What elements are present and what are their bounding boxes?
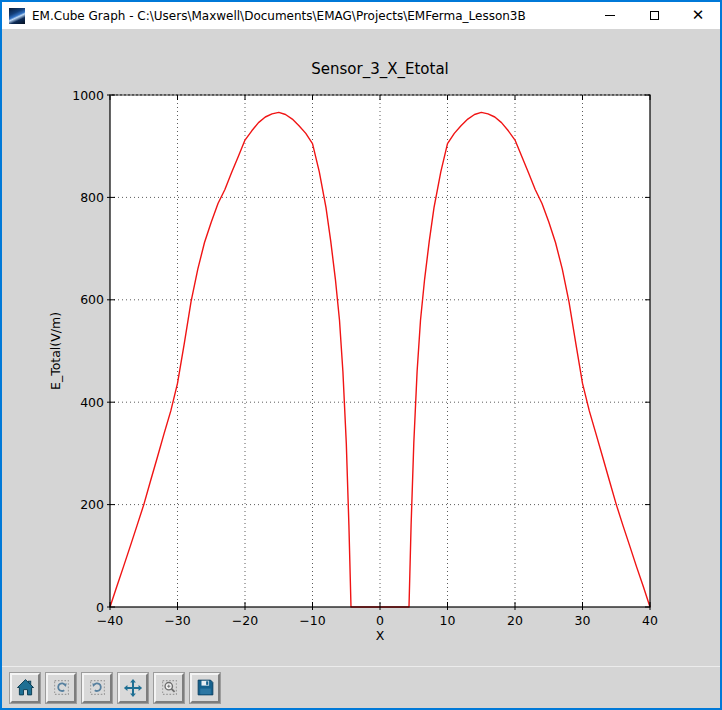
zoom-rect-icon xyxy=(160,678,179,697)
back-icon xyxy=(52,678,71,697)
zoom-button[interactable] xyxy=(154,673,184,703)
x-tick-label: −40 xyxy=(97,613,123,628)
plot-canvas[interactable]: Sensor_3_X_Etotal X E_Total(V/m) −40−30−… xyxy=(2,29,720,666)
x-tick-label: −30 xyxy=(164,613,190,628)
app-icon xyxy=(9,8,25,24)
pan-button[interactable] xyxy=(118,673,148,703)
forward-icon xyxy=(88,678,107,697)
minimize-icon xyxy=(605,15,615,16)
close-icon: ✕ xyxy=(692,8,705,23)
back-button[interactable] xyxy=(46,673,76,703)
y-tick-label: 200 xyxy=(80,497,104,512)
x-tick-label: 20 xyxy=(507,613,523,628)
save-button[interactable] xyxy=(190,673,220,703)
forward-button[interactable] xyxy=(82,673,112,703)
pan-icon xyxy=(123,678,143,698)
y-tick-label: 800 xyxy=(80,190,104,205)
home-icon xyxy=(16,678,35,697)
app-window: EM.Cube Graph - C:\Users\Maxwell\Documen… xyxy=(0,0,722,710)
x-tick-label: −10 xyxy=(299,613,325,628)
figure-area: Sensor_3_X_Etotal X E_Total(V/m) −40−30−… xyxy=(2,29,720,666)
y-tick-label: 1000 xyxy=(72,88,104,103)
y-axis-label: E_Total(V/m) xyxy=(48,312,63,390)
x-tick-label: 10 xyxy=(440,613,456,628)
minimize-button[interactable] xyxy=(588,2,632,29)
close-button[interactable]: ✕ xyxy=(676,2,720,29)
window-title: EM.Cube Graph - C:\Users\Maxwell\Documen… xyxy=(32,9,588,23)
chart-title: Sensor_3_X_Etotal xyxy=(311,60,449,79)
x-tick-label: 0 xyxy=(376,613,384,628)
y-tick-label: 400 xyxy=(80,395,104,410)
home-button[interactable] xyxy=(10,673,40,703)
x-tick-label: −20 xyxy=(232,613,258,628)
plot-toolbar xyxy=(2,666,720,708)
x-tick-label: 30 xyxy=(575,613,591,628)
titlebar: EM.Cube Graph - C:\Users\Maxwell\Documen… xyxy=(2,2,720,29)
x-axis-label: X xyxy=(376,628,385,643)
maximize-button[interactable] xyxy=(632,2,676,29)
y-tick-label: 600 xyxy=(80,292,104,307)
maximize-icon xyxy=(650,11,659,20)
window-controls: ✕ xyxy=(588,2,720,29)
y-tick-label: 0 xyxy=(96,600,104,615)
save-icon xyxy=(196,678,215,697)
x-tick-label: 40 xyxy=(642,613,658,628)
